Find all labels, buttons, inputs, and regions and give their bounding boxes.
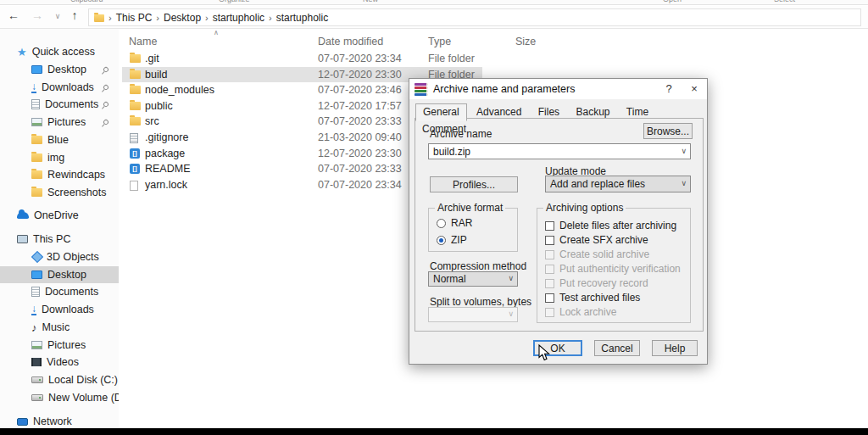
compression-method-select[interactable]: Normal [428, 271, 518, 287]
table-row[interactable]: .git 07-07-2020 23:34 File folder [119, 51, 868, 67]
archive-name-input[interactable]: build.zip [428, 143, 691, 159]
column-header-type[interactable]: Type [428, 36, 451, 47]
split-volumes-select[interactable] [428, 307, 518, 322]
checkbox-test-archived[interactable]: Test archived files [545, 292, 640, 304]
document-icon [31, 99, 40, 109]
ribbon-strip: Clipboard Organize New Open Select [0, 0, 868, 5]
column-header-name[interactable]: Name [129, 36, 157, 47]
pin-icon [103, 101, 109, 108]
sidebar-item-quick-access[interactable]: ★ Quick access [0, 43, 119, 60]
profiles-button[interactable]: Profiles... [430, 176, 518, 192]
sidebar-item-desktop[interactable]: Desktop [0, 266, 119, 283]
up-icon[interactable]: ↑ [66, 8, 83, 22]
folder-icon [31, 153, 42, 162]
history-dropdown-icon[interactable]: ∨ [49, 12, 66, 20]
folder-icon [130, 102, 141, 110]
forward-icon[interactable]: → [29, 8, 46, 22]
picture-icon [31, 341, 42, 349]
column-header-date-modified[interactable]: Date modified [318, 36, 383, 47]
breadcrumb-this-pc[interactable]: This PC [116, 12, 153, 24]
breadcrumb-desktop[interactable]: Desktop [164, 12, 201, 24]
close-icon[interactable]: × [682, 79, 707, 99]
address-bar[interactable]: › This PC › Desktop › startupholic › sta… [88, 8, 861, 26]
tab-time[interactable]: Time [620, 104, 655, 120]
checkbox-authenticity: Put authenticity verification [545, 263, 681, 275]
sidebar-item-videos[interactable]: Videos [0, 354, 119, 371]
sidebar-item-new-volume-d[interactable]: New Volume (D:) [0, 389, 119, 406]
update-mode-select[interactable]: Add and replace files [545, 176, 691, 192]
cancel-button[interactable]: Cancel [594, 340, 640, 356]
sidebar-item-img[interactable]: img [0, 149, 119, 166]
folder-icon [31, 188, 42, 197]
help-icon[interactable]: ? [656, 79, 682, 99]
dialog-title-bar[interactable]: Archive name and parameters ? × [409, 79, 707, 99]
back-icon[interactable]: ← [5, 8, 22, 22]
download-icon: ↓ [31, 304, 36, 315]
checkbox-create-solid: Create solid archive [545, 248, 649, 260]
column-header-size[interactable]: Size [515, 36, 536, 47]
tab-files[interactable]: Files [531, 104, 566, 120]
radio-icon [437, 219, 446, 228]
chevron-down-icon[interactable] [508, 274, 514, 282]
sidebar-item-network[interactable]: Network [0, 413, 119, 430]
navigation-bar: ← → ∨ ↑ › This PC › Desktop › startuphol… [0, 6, 868, 29]
pin-icon [103, 119, 109, 125]
checkbox-icon [545, 221, 554, 231]
checkbox-icon [545, 293, 554, 303]
sidebar-item-documents[interactable]: Documents [0, 283, 119, 300]
breadcrumb-startupholic-2[interactable]: startupholic [276, 12, 328, 24]
checkbox-lock-archive: Lock archive [545, 306, 616, 318]
checkbox-create-sfx[interactable]: Create SFX archive [545, 234, 648, 246]
ribbon-group-clipboard: Clipboard [70, 0, 103, 3]
sidebar-item-music[interactable]: ♪ Music [0, 319, 119, 336]
update-mode-value: Add and replace files [550, 178, 645, 190]
archive-name-value: build.zip [433, 146, 470, 158]
cube-icon [31, 251, 43, 263]
radio-rar[interactable]: RAR [437, 217, 472, 229]
browse-button[interactable]: Browse... [643, 123, 693, 139]
sidebar-item-3d-objects[interactable]: 3D Objects [0, 248, 119, 265]
tab-advanced[interactable]: Advanced [470, 104, 528, 120]
sidebar-item-desktop-qa[interactable]: Desktop [0, 61, 119, 78]
checkbox-icon [545, 308, 554, 317]
breadcrumb-separator: › [201, 13, 213, 23]
folder-icon [94, 14, 104, 22]
folder-icon [130, 117, 141, 125]
folder-icon [130, 86, 141, 94]
checkbox-delete-files[interactable]: Delete files after archiving [545, 220, 676, 231]
download-icon: ↓ [31, 81, 36, 93]
sidebar-item-pictures-qa[interactable]: Pictures [0, 114, 119, 131]
drive-icon [31, 376, 43, 383]
music-note-icon: ♪ [31, 322, 37, 333]
ribbon-group-new: New [363, 0, 378, 3]
dialog-tabs: General Advanced Files Backup Time Comme… [415, 103, 707, 119]
folder-icon [130, 54, 141, 63]
tab-general[interactable]: General [415, 103, 467, 121]
help-button[interactable]: Help [652, 340, 698, 356]
sidebar-item-screenshots[interactable]: Screenshots [0, 184, 119, 201]
network-icon [17, 418, 28, 426]
text-file-icon [130, 133, 138, 143]
sidebar-item-onedrive[interactable]: OneDrive [0, 207, 119, 224]
radio-zip[interactable]: ZIP [437, 234, 467, 246]
desktop-icon [31, 65, 42, 74]
breadcrumb-startupholic[interactable]: startupholic [213, 12, 264, 24]
sidebar-item-downloads-qa[interactable]: ↓ Downloads [0, 79, 119, 96]
chevron-down-icon[interactable] [681, 147, 687, 155]
archiving-options-group: Archiving options Delete files after arc… [537, 208, 691, 323]
split-volumes-label: Split to volumes, bytes [430, 296, 531, 308]
sidebar-item-this-pc[interactable]: This PC [0, 231, 119, 248]
tab-backup[interactable]: Backup [569, 104, 616, 120]
sidebar-item-rewindcaps[interactable]: Rewindcaps [0, 166, 119, 183]
sidebar-item-downloads[interactable]: ↓ Downloads [0, 301, 119, 318]
breadcrumb-separator: › [152, 13, 164, 23]
tab-comment[interactable]: Comment [415, 121, 473, 137]
sidebar-item-blue[interactable]: Blue [0, 131, 119, 148]
ribbon-group-open: Open [663, 0, 682, 3]
sidebar-item-documents-qa[interactable]: Documents [0, 96, 119, 113]
file-icon [130, 181, 138, 191]
sidebar-item-local-disk-c[interactable]: Local Disk (C:) [0, 371, 119, 388]
folder-icon [31, 136, 42, 144]
sidebar-item-pictures[interactable]: Pictures [0, 337, 119, 354]
chevron-down-icon[interactable] [681, 179, 687, 187]
